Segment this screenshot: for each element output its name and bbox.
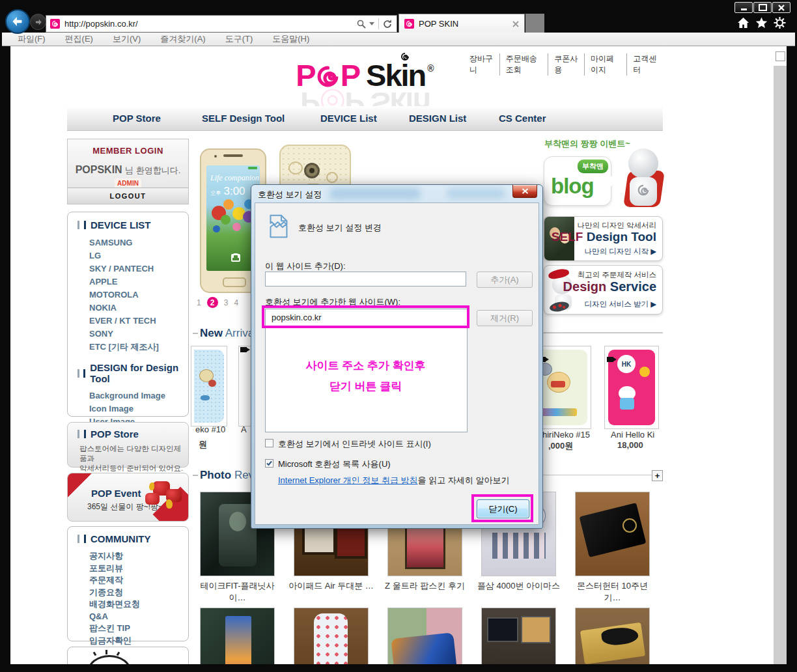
pop-store-box[interactable]: POP Store 팝스토어에는 다양한 디자인제품과 악세서리등이 준비되어 … bbox=[67, 422, 189, 468]
community-box: COMMUNITY 공지사항 포토리뷰 주문제작 기종요청 배경화면요청 Q&A… bbox=[67, 526, 189, 641]
product-name-fragment[interactable]: A bbox=[241, 425, 247, 434]
sidebar-item-wallpaper-request[interactable]: 배경화면요청 bbox=[89, 598, 188, 611]
nav-self-design-tool[interactable]: SELF Design Tool bbox=[202, 106, 285, 130]
nav-pop-store[interactable]: POP Store bbox=[113, 106, 161, 130]
banner-link[interactable]: 나만의 디자인 시작 ▶ bbox=[585, 247, 656, 257]
favorites-star-icon[interactable] bbox=[755, 17, 768, 29]
scrollbar[interactable] bbox=[774, 46, 787, 664]
sidebar-item-sky-pantech[interactable]: SKY / PANTECH bbox=[89, 262, 188, 275]
sidebar-item-motorola[interactable]: MOTOROLA bbox=[89, 288, 188, 301]
blog-banner[interactable]: blog 부착맨 bbox=[544, 148, 663, 212]
sidebar-item-apple[interactable]: APPLE bbox=[89, 275, 188, 288]
dialog-close-c-button[interactable]: 닫기(C) bbox=[477, 499, 529, 518]
sidebar-item-photo-review[interactable]: 포토리뷰 bbox=[89, 563, 188, 575]
review-caption[interactable]: Z 울트라 팝스킨 후기 bbox=[382, 580, 468, 592]
menu-file[interactable]: 파일(F) bbox=[18, 33, 46, 45]
member-login-box: MEMBER LOGIN POPSKIN 님 환영합니다. ADMIN LOGO… bbox=[67, 139, 189, 204]
review-photo[interactable] bbox=[294, 608, 369, 664]
pop-store-title: POP Store bbox=[77, 428, 188, 440]
tab-pop-skin[interactable]: POP SKIN bbox=[398, 14, 525, 33]
banner-link[interactable]: 디자인 서비스 받기 ▶ bbox=[585, 300, 656, 309]
video-camera-icon bbox=[240, 347, 247, 352]
product-card[interactable] bbox=[191, 346, 227, 427]
review-caption[interactable]: 플삼 4000번 아이마스 bbox=[476, 580, 561, 592]
review-caption[interactable]: 아이패드 Air 두대분 … bbox=[288, 580, 374, 592]
self-design-tool-banner[interactable]: 나만의 디자인 악세서리 SELF Design Tool 나만의 디자인 시작… bbox=[544, 216, 663, 261]
ms-list-checkbox[interactable] bbox=[265, 459, 273, 468]
sidebar-item-icon-image[interactable]: Icon Image bbox=[89, 402, 188, 415]
minimize-button[interactable] bbox=[734, 2, 753, 13]
forward-button[interactable] bbox=[30, 14, 46, 30]
review-photo[interactable] bbox=[200, 608, 275, 664]
sidebar-item-custom-order[interactable]: 주문제작 bbox=[89, 574, 188, 587]
back-button[interactable] bbox=[5, 9, 30, 34]
remove-button[interactable]: 제거(R) bbox=[477, 310, 533, 326]
review-caption[interactable]: 몬스터헌터 10주년 기… bbox=[570, 580, 655, 604]
menu-tools[interactable]: 도구(T) bbox=[225, 33, 253, 45]
main-nav: POP Store SELF Design Tool DEVICE List D… bbox=[67, 106, 663, 131]
ms-list-checkbox-label[interactable]: Microsoft 호환성 목록 사용(U) bbox=[278, 458, 391, 470]
url-text[interactable]: http://popskin.co.kr/ bbox=[64, 19, 356, 29]
settings-gear-icon[interactable] bbox=[774, 17, 786, 29]
nav-device-list[interactable]: DEVICE List bbox=[320, 106, 377, 130]
refresh-icon[interactable] bbox=[382, 19, 393, 29]
menu-view[interactable]: 보기(V) bbox=[113, 33, 141, 45]
product-name-fragment[interactable]: Ani Hello Ki bbox=[611, 430, 654, 440]
menu-favorites[interactable]: 즐겨찾기(A) bbox=[160, 33, 205, 45]
sidebar-item-ever-kttech[interactable]: EVER / KT TECH bbox=[89, 315, 188, 328]
privacy-statement-link[interactable]: Internet Explorer 개인 정보 취급 방침 bbox=[278, 475, 418, 485]
banner-line1: 최고의 주문제작 서비스 bbox=[578, 270, 656, 280]
review-photo[interactable] bbox=[481, 608, 556, 664]
review-photo[interactable] bbox=[575, 492, 650, 576]
listbox-item-popskin[interactable]: popskin.co.kr bbox=[272, 313, 322, 322]
maximize-button[interactable] bbox=[753, 2, 772, 13]
logo-registered-mark: ® bbox=[427, 63, 434, 74]
intranet-checkbox-label[interactable]: 호환성 보기에서 인트라넷 사이트 표시(I) bbox=[278, 438, 431, 450]
review-photo[interactable] bbox=[387, 608, 462, 664]
search-dropdown-arrow[interactable] bbox=[369, 22, 374, 25]
design-service-banner[interactable]: 최고의 주문제작 서비스 Design Service 디자인 서비스 받기 ▶ bbox=[544, 265, 663, 315]
blog-label: blog bbox=[551, 174, 594, 199]
search-icon[interactable] bbox=[356, 19, 367, 29]
page-dot-4[interactable]: 4 bbox=[234, 298, 238, 307]
sidebar-item-sony[interactable]: SONY bbox=[89, 328, 188, 341]
logout-button[interactable]: LOGOUT bbox=[68, 188, 188, 204]
page-dot-3[interactable]: 3 bbox=[224, 298, 229, 307]
sidebar-item-lg[interactable]: LG bbox=[89, 249, 188, 262]
sidebar-item-deposit-check[interactable]: 입금자확인 bbox=[89, 635, 188, 647]
add-website-input[interactable] bbox=[265, 272, 466, 287]
product-skin-image bbox=[194, 350, 224, 423]
review-photo[interactable] bbox=[575, 608, 650, 664]
add-button[interactable]: 추가(A) bbox=[477, 272, 533, 288]
menu-help[interactable]: 도움말(H) bbox=[272, 33, 309, 45]
sidebar-item-qna[interactable]: Q&A bbox=[89, 611, 188, 623]
review-caption[interactable]: 테이크FIT-플래닛사이… bbox=[195, 580, 280, 604]
sidebar-item-nokia[interactable]: NOKIA bbox=[89, 301, 188, 315]
nav-design-list[interactable]: DESIGN List bbox=[409, 106, 466, 130]
product-name-fragment[interactable]: eko #10 bbox=[195, 425, 225, 434]
sidebar-item-model-request[interactable]: 기종요청 bbox=[89, 587, 188, 599]
add-website-label: 이 웹 사이트 추가(D): bbox=[265, 260, 346, 272]
sidebar-item-etc[interactable]: ETC [기타 제조사] bbox=[89, 341, 188, 354]
nav-cs-center[interactable]: CS Center bbox=[499, 106, 546, 130]
new-tab-button[interactable] bbox=[525, 14, 544, 33]
sidebar-item-background-image[interactable]: Background Image bbox=[89, 389, 188, 402]
address-bar[interactable]: http://popskin.co.kr/ bbox=[46, 15, 397, 33]
product-name-fragment[interactable]: hiriNeko #15 bbox=[542, 430, 590, 440]
intranet-checkbox[interactable] bbox=[265, 439, 273, 447]
sidebar-item-popskin-tip[interactable]: 팝스킨 TIP bbox=[89, 623, 188, 635]
pop-event-banner[interactable]: POP Event 365일 선물이 팡~!팡~! bbox=[67, 473, 189, 522]
tab-close-icon[interactable] bbox=[512, 21, 519, 27]
close-button[interactable] bbox=[772, 2, 790, 13]
scrollbar-button[interactable] bbox=[776, 51, 785, 61]
menu-edit[interactable]: 편집(E) bbox=[65, 33, 93, 45]
home-icon[interactable] bbox=[737, 17, 749, 29]
page-dot-2-active[interactable]: 2 bbox=[207, 297, 218, 308]
dialog-close-button[interactable] bbox=[512, 185, 537, 198]
sidebar-item-samsung[interactable]: SAMSUNG bbox=[89, 236, 188, 249]
phone-ampm: 오후 bbox=[210, 190, 221, 196]
compatibility-view-dialog[interactable]: 호환성 보기 설정 호환성 보기 설정 변경 이 웹 사이트 추가(D): 추가… bbox=[251, 184, 543, 529]
page-dot-1[interactable]: 1 bbox=[197, 298, 201, 307]
photo-review-more-button[interactable]: + bbox=[652, 470, 663, 481]
sidebar-item-notice[interactable]: 공지사항 bbox=[89, 550, 188, 563]
